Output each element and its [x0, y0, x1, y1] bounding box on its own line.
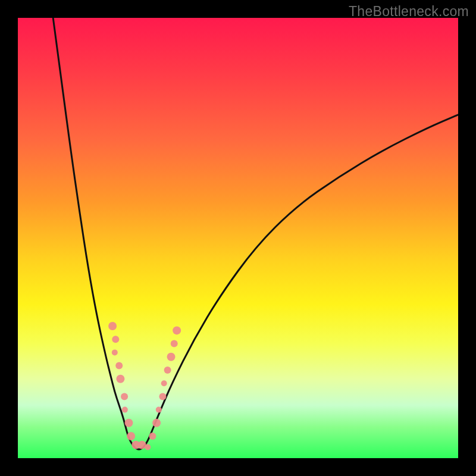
curve-marker: [115, 362, 123, 369]
curve-marker: [127, 432, 135, 440]
curve-marker: [112, 349, 118, 355]
curve-marker: [122, 407, 128, 413]
watermark-text: TheBottleneck.com: [349, 4, 469, 20]
curve-marker: [108, 322, 117, 330]
curve-marker: [121, 393, 128, 400]
curve-marker: [116, 375, 124, 383]
curve-marker: [171, 340, 178, 347]
bottleneck-curve: [53, 18, 458, 449]
curve-marker: [161, 380, 167, 386]
curve-marker: [152, 419, 161, 427]
curve-marker: [159, 393, 166, 400]
curve-marker: [164, 367, 171, 374]
curve-marker: [173, 326, 181, 334]
curve-path: [53, 18, 458, 449]
curve-svg: [18, 18, 458, 458]
chart-frame: TheBottleneck.com: [0, 0, 476, 476]
curve-marker: [167, 353, 176, 361]
curve-marker: [112, 336, 119, 343]
curve-marker: [124, 419, 133, 427]
curve-marker: [149, 433, 156, 440]
curve-marker: [145, 444, 151, 450]
curve-marker: [156, 407, 162, 413]
plot-area: [18, 18, 458, 458]
